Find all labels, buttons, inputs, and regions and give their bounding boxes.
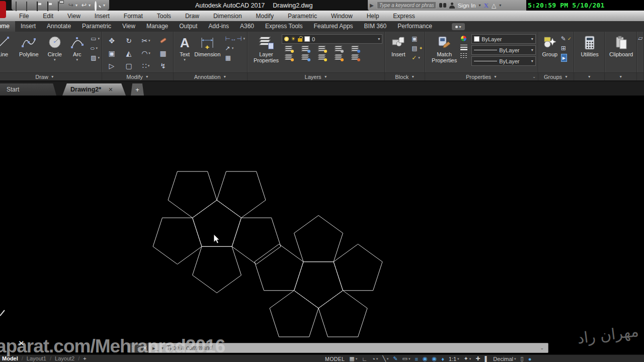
layer-select[interactable]: ☀ 0 ▾ <box>282 34 382 44</box>
layer-tool-b-1-icon[interactable] <box>285 54 293 61</box>
match-properties-button[interactable]: Match Properties <box>428 33 460 63</box>
layout-tab-layout2[interactable]: Layout2 <box>55 355 74 361</box>
redo-icon[interactable]: ↪ <box>68 2 73 9</box>
tab-drawing2[interactable]: Drawing2* ✕ <box>62 83 126 96</box>
ribbon-tab-view[interactable]: View <box>117 21 141 32</box>
group-button[interactable]: Group <box>540 33 560 57</box>
table-icon[interactable]: ▦ <box>225 54 231 61</box>
menu-item-view[interactable]: View <box>60 13 88 20</box>
panel-label-annotation[interactable]: Annotation▼ <box>174 72 247 80</box>
annotation-scale-button[interactable]: 1:1▾ <box>449 356 459 362</box>
autocad-logo-icon[interactable] <box>0 1 6 18</box>
edit-polyline-icon[interactable]: ↯ <box>154 62 172 70</box>
erase-icon[interactable] <box>154 39 172 42</box>
recent-commands-icon[interactable]: ▾ <box>162 346 164 350</box>
undo-icon[interactable]: ↩ <box>82 2 87 9</box>
units-ruler-icon[interactable]: ▌ <box>485 355 489 362</box>
group-edit-icon[interactable]: ⊞ <box>561 45 566 52</box>
pentagon-face[interactable] <box>255 244 303 291</box>
layer-tool-b-3-icon[interactable] <box>318 54 327 61</box>
exchange-apps-icon[interactable]: X <box>484 2 489 10</box>
selection-cycling-icon[interactable]: ◉ <box>432 355 437 362</box>
search-input[interactable]: Type a keyword or phrase <box>377 2 436 9</box>
new-file-icon[interactable] <box>16 2 22 9</box>
panel-label-groups[interactable]: Groups▼ <box>538 72 574 80</box>
move-icon[interactable]: ✥ <box>103 37 120 45</box>
pentagon-face[interactable] <box>168 171 217 218</box>
panel-label-utilities[interactable]: ▼ <box>574 72 604 80</box>
rectangle-icon[interactable]: ▭ <box>91 35 96 42</box>
customize-qat-icon[interactable]: ▾ <box>103 3 105 8</box>
graphics-performance-icon[interactable]: ● <box>528 355 532 362</box>
pentagon-face[interactable] <box>193 246 242 293</box>
scale-icon[interactable]: ▢ <box>120 62 137 70</box>
edit-attributes-icon[interactable]: ✓ <box>412 54 417 61</box>
model-space-label[interactable]: MODEL <box>325 356 345 362</box>
save-icon[interactable] <box>37 2 43 9</box>
panel-label-block[interactable]: Block▼ <box>385 72 425 80</box>
ribbon-tab-a360[interactable]: A360 <box>234 21 260 32</box>
utilities-button[interactable]: Utilities <box>577 33 602 57</box>
user-icon[interactable] <box>449 3 455 9</box>
polar-tracking-icon[interactable]: ◔▾ <box>372 355 378 362</box>
mirror-icon[interactable]: ◭ <box>120 49 137 57</box>
command-line-grip[interactable]: ⋮⋮ ✕ <box>128 343 148 353</box>
pentagon-face[interactable] <box>294 262 343 308</box>
tab-start[interactable]: Start <box>0 83 56 96</box>
explode-icon[interactable]: ▦ <box>154 49 172 57</box>
linetype-icon[interactable] <box>460 53 467 58</box>
menu-item-help[interactable]: Help <box>360 13 386 20</box>
panel-label-modify[interactable]: Modify▼ <box>102 72 173 80</box>
object-snap-icon[interactable]: ▭▾ <box>403 355 411 362</box>
undo-dropdown-icon[interactable]: ▾ <box>89 3 91 8</box>
pentagon-face[interactable] <box>270 291 318 337</box>
annotation-scale-flag-icon[interactable]: ♦ <box>441 355 444 362</box>
infocenter-collapse-icon[interactable]: ▶ <box>370 3 374 8</box>
command-close-icon[interactable]: ✕ <box>142 345 147 351</box>
panel-label-layers[interactable]: Layers▼ <box>248 72 384 80</box>
menu-item-file[interactable]: File <box>12 13 36 20</box>
ribbon-tab-express-tools[interactable]: Express Tools <box>260 21 308 32</box>
pentagon-face[interactable] <box>217 171 266 218</box>
ribbon-tab-featured-apps[interactable]: Featured Apps <box>308 21 359 32</box>
ribbon-tab-add-ins[interactable]: Add-ins <box>203 21 234 32</box>
pentagon-face[interactable] <box>232 218 281 264</box>
panel-label-properties[interactable]: Properties▼ ⌄ <box>425 72 538 80</box>
close-tab-icon[interactable]: ✕ <box>108 86 113 93</box>
new-tab-button[interactable]: + <box>131 83 144 96</box>
units-button[interactable]: Decimal▾ <box>493 356 516 362</box>
circle-button[interactable]: Circle ▾ <box>43 33 67 62</box>
menu-item-window[interactable]: Window <box>324 13 360 20</box>
ungroup-icon[interactable]: ✎ <box>561 35 566 42</box>
search-binoculars-icon[interactable] <box>439 3 446 8</box>
layout-tab-model[interactable]: Model <box>2 355 18 361</box>
lineweight-select[interactable]: ByLayer ▾ <box>471 45 536 55</box>
layer-tool-b-5-icon[interactable] <box>351 54 360 61</box>
panel-label-clipboard[interactable]: ▼ <box>605 72 636 80</box>
object-color-select[interactable]: ByLayer ▾ <box>471 34 536 44</box>
array-icon[interactable]: ∷▾ <box>137 62 154 70</box>
menu-item-modify[interactable]: Modify <box>249 13 281 20</box>
pentagon-face[interactable] <box>153 218 202 264</box>
snap-mode-icon[interactable]: ∟ <box>362 355 367 362</box>
ribbon-tab-bim-360[interactable]: BIM 360 <box>359 21 392 32</box>
menu-item-tools[interactable]: Tools <box>150 13 178 20</box>
sign-in-button[interactable]: Sign In <box>458 3 476 9</box>
command-expand-icon[interactable]: ⌄ <box>540 345 544 350</box>
panel-label-draw[interactable]: Draw▼ <box>0 72 102 80</box>
lineweight-icon[interactable] <box>460 45 467 50</box>
a360-dropdown-icon[interactable]: ▾ <box>499 3 501 8</box>
clipboard-button[interactable]: Clipboard <box>608 33 634 57</box>
plot-icon[interactable] <box>58 2 64 9</box>
grid-icon[interactable]: ▦▾ <box>349 355 357 362</box>
layer-tool-a-1-icon[interactable] <box>285 46 293 52</box>
layer-tool-a-2-icon[interactable] <box>301 46 310 52</box>
hatch-icon[interactable]: ▨ <box>91 54 96 61</box>
open-file-icon[interactable] <box>26 2 33 9</box>
menu-item-insert[interactable]: Insert <box>88 13 117 20</box>
ribbon-tab-annotate[interactable]: Annotate <box>41 21 76 32</box>
isolate-objects-icon[interactable]: ▯ <box>521 355 524 362</box>
properties-dialog-launcher-icon[interactable]: ⌄ <box>532 74 536 79</box>
menu-item-edit[interactable]: Edit <box>36 13 60 20</box>
rotate-icon[interactable]: ↻ <box>120 37 137 45</box>
